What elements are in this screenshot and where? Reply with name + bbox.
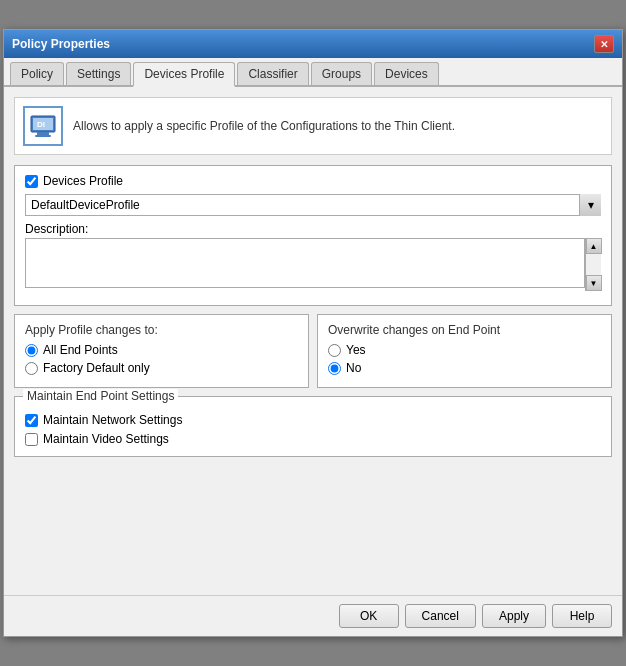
all-end-points-radio-label[interactable]: All End Points xyxy=(25,343,298,357)
ok-button[interactable]: OK xyxy=(339,604,399,628)
description-field: Description: ▲ ▼ xyxy=(25,222,601,291)
content-area: DI Allows to apply a specific Profile of… xyxy=(4,87,622,595)
apply-profile-box: Apply Profile changes to: All End Points… xyxy=(14,314,309,388)
cancel-button[interactable]: Cancel xyxy=(405,604,476,628)
button-bar: OK Cancel Apply Help xyxy=(4,595,622,636)
no-radio-label[interactable]: No xyxy=(328,361,601,375)
options-row: Apply Profile changes to: All End Points… xyxy=(14,314,612,388)
maintain-network-text: Maintain Network Settings xyxy=(43,413,182,427)
title-bar: Policy Properties ✕ xyxy=(4,30,622,58)
scroll-down-button[interactable]: ▼ xyxy=(586,275,602,291)
apply-profile-title: Apply Profile changes to: xyxy=(25,323,298,337)
maintain-title: Maintain End Point Settings xyxy=(23,389,178,403)
policy-properties-window: Policy Properties ✕ Policy Settings Devi… xyxy=(3,29,623,637)
tab-devices[interactable]: Devices xyxy=(374,62,439,85)
no-radio[interactable] xyxy=(328,362,341,375)
window-title: Policy Properties xyxy=(12,37,110,51)
devices-profile-label: Devices Profile xyxy=(43,174,123,188)
svg-rect-3 xyxy=(35,135,51,137)
tab-settings[interactable]: Settings xyxy=(66,62,131,85)
devices-profile-checkbox-label[interactable]: Devices Profile xyxy=(25,174,601,188)
factory-default-radio-label[interactable]: Factory Default only xyxy=(25,361,298,375)
tab-classifier[interactable]: Classifier xyxy=(237,62,308,85)
apply-button[interactable]: Apply xyxy=(482,604,546,628)
maintain-video-text: Maintain Video Settings xyxy=(43,432,169,446)
svg-rect-2 xyxy=(37,132,49,135)
tab-devices-profile[interactable]: Devices Profile xyxy=(133,62,235,87)
yes-label: Yes xyxy=(346,343,366,357)
all-end-points-label: All End Points xyxy=(43,343,118,357)
maintain-section: Maintain End Point Settings Maintain Net… xyxy=(14,396,612,457)
tab-bar: Policy Settings Devices Profile Classifi… xyxy=(4,58,622,87)
yes-radio[interactable] xyxy=(328,344,341,357)
tab-groups[interactable]: Groups xyxy=(311,62,372,85)
no-label: No xyxy=(346,361,361,375)
overwrite-box: Overwrite changes on End Point Yes No xyxy=(317,314,612,388)
textarea-scrollbar: ▲ ▼ xyxy=(585,238,601,291)
devices-profile-section: Devices Profile DefaultDeviceProfile ▾ D… xyxy=(14,165,612,306)
profile-dropdown[interactable]: DefaultDeviceProfile xyxy=(25,194,601,216)
info-text: Allows to apply a specific Profile of th… xyxy=(73,119,455,133)
description-wrapper: ▲ ▼ xyxy=(25,238,601,291)
yes-radio-label[interactable]: Yes xyxy=(328,343,601,357)
factory-default-radio[interactable] xyxy=(25,362,38,375)
devices-profile-checkbox-row: Devices Profile xyxy=(25,174,601,188)
maintain-video-checkbox[interactable] xyxy=(25,433,38,446)
overwrite-title: Overwrite changes on End Point xyxy=(328,323,601,337)
all-end-points-radio[interactable] xyxy=(25,344,38,357)
description-label: Description: xyxy=(25,222,601,236)
scroll-up-button[interactable]: ▲ xyxy=(586,238,602,254)
maintain-network-label[interactable]: Maintain Network Settings xyxy=(25,413,601,427)
help-button[interactable]: Help xyxy=(552,604,612,628)
devices-profile-checkbox[interactable] xyxy=(25,175,38,188)
close-button[interactable]: ✕ xyxy=(594,35,614,53)
spacer xyxy=(14,465,612,585)
description-textarea[interactable] xyxy=(25,238,585,288)
maintain-video-label[interactable]: Maintain Video Settings xyxy=(25,432,601,446)
svg-text:DI: DI xyxy=(37,120,45,129)
factory-default-label: Factory Default only xyxy=(43,361,150,375)
thin-client-icon: DI xyxy=(23,106,63,146)
tab-policy[interactable]: Policy xyxy=(10,62,64,85)
profile-dropdown-wrapper: DefaultDeviceProfile ▾ xyxy=(25,194,601,216)
info-bar: DI Allows to apply a specific Profile of… xyxy=(14,97,612,155)
title-bar-controls: ✕ xyxy=(594,35,614,53)
maintain-network-checkbox[interactable] xyxy=(25,414,38,427)
